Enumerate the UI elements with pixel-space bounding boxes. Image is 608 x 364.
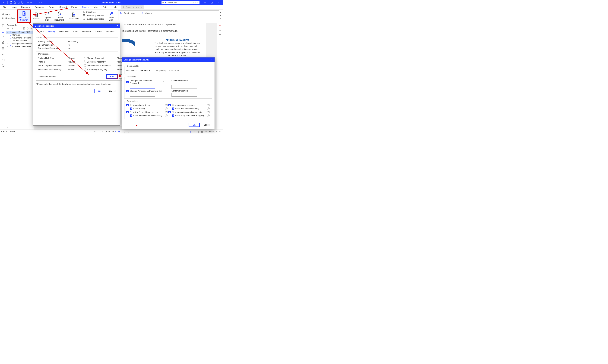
- scan-icon[interactable]: [26, 1, 29, 4]
- reply-panel-icon[interactable]: [219, 34, 222, 37]
- open-password-input[interactable]: [130, 85, 155, 89]
- bookmark-item[interactable]: ▸Management Discussion and Analysis: [6, 42, 34, 45]
- allow-annotations-checkbox[interactable]: [168, 111, 171, 113]
- dialog-close-icon[interactable]: ✕: [116, 25, 119, 27]
- collapse-all-icon[interactable]: [11, 27, 13, 30]
- menu-file[interactable]: File: [1, 5, 9, 9]
- tab-general[interactable]: General: [35, 30, 46, 34]
- search-close-icon[interactable]: ✕: [197, 1, 199, 3]
- menu-secure[interactable]: Secure: [80, 5, 91, 9]
- help-icon[interactable]: ?: [207, 114, 210, 117]
- zoom-dynamic-icon[interactable]: ⊙: [127, 130, 130, 133]
- manage-button[interactable]: Manage: [141, 12, 152, 14]
- image-panel-icon[interactable]: [1, 58, 5, 62]
- comments-panel-icon[interactable]: [219, 28, 222, 32]
- allow-accessibility-extraction-checkbox[interactable]: [130, 115, 132, 117]
- cancel-button[interactable]: Cancel: [201, 123, 212, 127]
- menu-view[interactable]: View: [91, 5, 100, 9]
- digital-ids-button[interactable]: Digital IDs: [82, 11, 104, 13]
- panel-expand-icon[interactable]: ⇲: [220, 17, 221, 20]
- layers-panel-icon[interactable]: [1, 47, 5, 50]
- menu-batch[interactable]: Batch: [101, 5, 110, 9]
- menu-comment[interactable]: Comment: [19, 5, 32, 9]
- tab-javascript[interactable]: JavaScript: [80, 30, 93, 34]
- confirm-permissions-password-input[interactable]: [171, 93, 197, 97]
- prev-page-icon[interactable]: ‹: [97, 130, 99, 133]
- bookmarks-panel-icon[interactable]: [1, 30, 5, 33]
- email-icon[interactable]: [30, 1, 33, 4]
- allow-doc-changes-checkbox[interactable]: [168, 104, 171, 106]
- timestamp-servers-button[interactable]: Timestamp Servers: [82, 14, 104, 17]
- dialog-close-icon[interactable]: ✕: [211, 58, 213, 61]
- panel-scroll-down-icon[interactable]: ▾: [220, 14, 221, 16]
- nav-up-icon[interactable]: ˄: [9, 127, 10, 129]
- redo-icon[interactable]: [41, 1, 44, 4]
- help-icon[interactable]: ?: [165, 104, 168, 106]
- bookmark-item[interactable]: Contents: [6, 34, 34, 36]
- bookmark-options-icon[interactable]: [30, 27, 33, 30]
- close-button[interactable]: ✕: [216, 0, 222, 5]
- tab-security[interactable]: Security: [46, 30, 57, 34]
- ok-button[interactable]: OK: [189, 123, 200, 127]
- panel-scroll-up-icon[interactable]: ▴: [220, 11, 221, 13]
- help-icon[interactable]: ?: [207, 107, 210, 110]
- print-icon[interactable]: [21, 1, 24, 4]
- zoom-in-icon[interactable]: ⊕: [219, 130, 222, 133]
- help-icon[interactable]: ?: [84, 57, 86, 59]
- zoom-out-icon[interactable]: ⊖: [204, 130, 207, 133]
- help-icon[interactable]: ?: [84, 64, 86, 67]
- zoom-marquee-icon[interactable]: ⊡: [123, 130, 126, 133]
- cancel-button[interactable]: Cancel: [107, 89, 118, 93]
- certify-document-button[interactable]: CertifyDocument: [53, 10, 67, 23]
- attachments-panel-icon[interactable]: [1, 41, 5, 44]
- create-new-button[interactable]: Create New: [120, 12, 135, 14]
- maximize-button[interactable]: ▢: [209, 0, 215, 5]
- help-icon[interactable]: ?: [84, 68, 86, 71]
- page-number-input[interactable]: [100, 130, 105, 133]
- expand-icon[interactable]: ▸: [7, 46, 9, 47]
- timestamp-button[interactable]: Timestamp: [67, 10, 81, 23]
- save-all-icon[interactable]: [13, 1, 16, 4]
- folder-open-icon[interactable]: [1, 1, 4, 4]
- search-input[interactable]: [167, 1, 193, 4]
- tab-fonts[interactable]: Fonts: [71, 30, 80, 34]
- last-page-icon[interactable]: ⭲: [118, 130, 121, 133]
- allow-printing-checkbox[interactable]: [130, 107, 132, 110]
- zoom-dropdown-icon[interactable]: ▾: [216, 130, 218, 133]
- search-next-icon[interactable]: ›: [195, 1, 196, 3]
- hand-tool[interactable]: Hand: [1, 13, 16, 16]
- save-icon[interactable]: [10, 1, 12, 4]
- help-icon[interactable]: ?: [159, 90, 162, 92]
- help-icon[interactable]: ?: [165, 107, 168, 110]
- trusted-certs-button[interactable]: Trusted Certificates: [82, 17, 104, 20]
- allow-extraction-checkbox[interactable]: [126, 111, 129, 113]
- view-single-icon[interactable]: ▯: [189, 130, 192, 133]
- bookmark-item[interactable]: ▸Financial Statements: [6, 45, 34, 48]
- view-two-cont-icon[interactable]: ▦: [201, 130, 204, 133]
- help-icon[interactable]: ?: [163, 81, 165, 83]
- xodo-sign-button[interactable]: XodoSign: [106, 10, 117, 23]
- encryption-select[interactable]: 128 AES: [138, 69, 151, 72]
- nav-down-icon[interactable]: ˅: [11, 127, 12, 129]
- ok-button[interactable]: OK: [94, 89, 105, 93]
- menu-home[interactable]: Home: [9, 5, 19, 9]
- change-open-password-checkbox[interactable]: [126, 81, 129, 83]
- tab-initial-view[interactable]: Initial View: [57, 30, 71, 34]
- help-icon[interactable]: ?: [165, 114, 168, 117]
- help-icon[interactable]: ?: [207, 111, 210, 113]
- search-box[interactable]: ▾ ‹ › ✕: [161, 1, 199, 4]
- menu-convert[interactable]: Convert: [57, 5, 69, 9]
- edit-button[interactable]: Edit: [106, 74, 117, 78]
- bookmark-item[interactable]: Governor's Foreword: [6, 36, 34, 39]
- view-continuous-icon[interactable]: ☷: [193, 130, 196, 133]
- expand-icon[interactable]: ▸: [7, 43, 9, 44]
- document-security-button[interactable]: DocumentSecurity: [17, 10, 31, 23]
- confirm-open-password-input[interactable]: [171, 85, 197, 89]
- bookmark-item[interactable]: 2019 at a Glance: [6, 39, 34, 42]
- tab-custom[interactable]: Custom: [93, 30, 104, 34]
- sanitize-button[interactable]: Sanitize: [31, 10, 42, 23]
- help-icon[interactable]: ?: [165, 111, 168, 113]
- menu-help[interactable]: Help: [111, 5, 119, 9]
- minimize-button[interactable]: —: [202, 0, 208, 5]
- expand-all-icon[interactable]: [7, 27, 10, 30]
